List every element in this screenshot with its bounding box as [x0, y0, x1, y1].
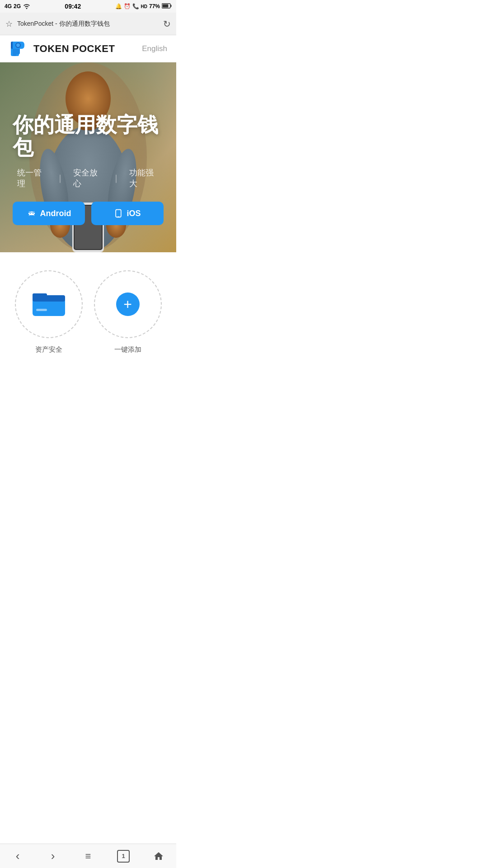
subtitle-part-3: 功能强大 — [125, 167, 164, 189]
bell-icon: 🔔 — [115, 3, 122, 9]
ios-icon — [114, 208, 123, 218]
feature-item-add: + 一键添加 — [94, 270, 162, 354]
svg-point-23 — [118, 217, 119, 217]
features-section: 资产安全 + 一键添加 — [0, 252, 176, 363]
logo-container[interactable]: TOKEN POCKET — [9, 39, 115, 59]
divider-2: ｜ — [108, 173, 125, 184]
svg-rect-1 — [170, 5, 171, 7]
hero-buttons: Android iOS — [13, 202, 164, 225]
svg-rect-27 — [33, 293, 47, 298]
hero-section: 你的通用数字钱包 统一管理 ｜ 安全放心 ｜ 功能强大 Android — [0, 62, 176, 252]
feature-label-add: 一键添加 — [114, 345, 141, 354]
logo-text: TOKEN POCKET — [33, 43, 115, 55]
feature-item-wallet: 资产安全 — [15, 270, 83, 354]
android-btn-label: Android — [40, 209, 71, 218]
feature-circle-wallet — [15, 270, 83, 338]
call-icon: 📞 — [132, 3, 139, 9]
ios-btn-label: iOS — [127, 209, 141, 218]
refresh-button[interactable]: ↻ — [163, 19, 171, 29]
alarm-icon: ⏰ — [124, 3, 131, 9]
signal-4g: 4G — [5, 3, 12, 9]
wifi-icon — [23, 3, 31, 10]
ios-download-button[interactable]: iOS — [91, 202, 164, 225]
add-icon: + — [116, 292, 140, 316]
browser-bar: ☆ TokenPocket - 你的通用数字钱包 ↻ — [0, 13, 176, 35]
svg-point-9 — [16, 43, 20, 47]
svg-rect-2 — [162, 4, 168, 7]
bookmark-icon[interactable]: ☆ — [5, 19, 13, 29]
subtitle-part-2: 安全放心 — [69, 167, 108, 189]
signal-2g: 2G — [14, 3, 21, 9]
android-icon — [27, 208, 37, 218]
subtitle-part-1: 统一管理 — [13, 167, 52, 189]
feature-label-wallet: 资产安全 — [35, 345, 62, 354]
battery-icon — [162, 3, 172, 10]
status-time: 09:42 — [65, 3, 81, 10]
hero-content: 你的通用数字钱包 统一管理 ｜ 安全放心 ｜ 功能强大 Android — [0, 113, 176, 225]
status-signal: 4G 2G — [5, 3, 31, 10]
svg-rect-21 — [116, 210, 122, 217]
feature-circle-add: + — [94, 270, 162, 338]
url-bar[interactable]: TokenPocket - 你的通用数字钱包 — [17, 20, 159, 28]
battery-text: 77% — [149, 3, 160, 9]
logo-icon — [9, 39, 29, 59]
language-switcher[interactable]: English — [142, 44, 167, 53]
wallet-icon — [33, 292, 65, 316]
svg-rect-7 — [13, 50, 16, 56]
android-download-button[interactable]: Android — [13, 202, 85, 225]
navbar: TOKEN POCKET English — [0, 35, 176, 62]
status-right-icons: 🔔 ⏰ 📞 HD 77% — [115, 3, 172, 10]
hero-subtitle: 统一管理 ｜ 安全放心 ｜ 功能强大 — [13, 167, 164, 189]
divider-1: ｜ — [52, 173, 69, 184]
hero-title: 你的通用数字钱包 — [13, 113, 164, 159]
hd-icon: HD — [141, 4, 147, 9]
svg-rect-26 — [36, 309, 47, 311]
status-bar: 4G 2G 09:42 🔔 ⏰ 📞 HD 77% — [0, 0, 176, 13]
